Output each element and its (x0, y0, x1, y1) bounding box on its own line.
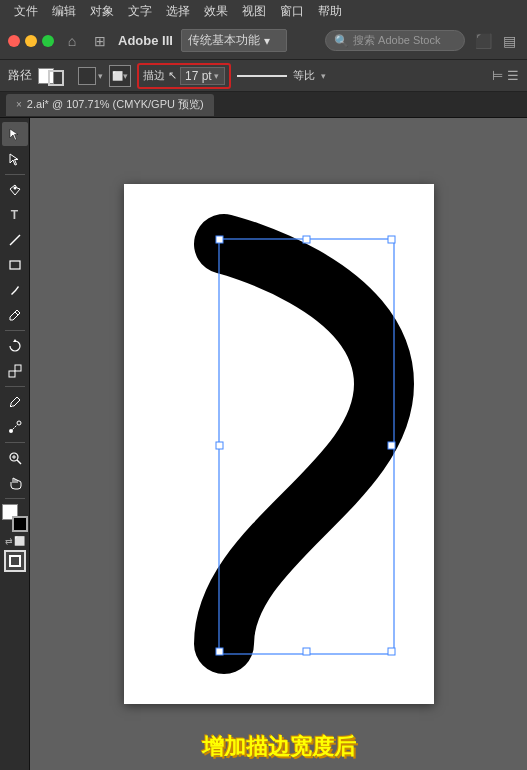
dash-group[interactable] (237, 75, 287, 77)
svg-rect-17 (388, 236, 395, 243)
document-tab[interactable]: × 2.ai* @ 107.71% (CMYK/GPU 预览) (6, 94, 214, 116)
workspace-label: 传统基本功能 (188, 32, 260, 49)
type-tool[interactable]: T (2, 203, 28, 227)
swap-icon[interactable]: ⇄ (5, 536, 13, 546)
search-placeholder: 搜索 Adobe Stock (353, 33, 440, 48)
fullscreen-button[interactable] (42, 35, 54, 47)
tool-separator-5 (5, 498, 25, 499)
stroke-width-value: 17 pt (185, 69, 212, 83)
direct-selection-tool[interactable] (2, 147, 28, 171)
svg-line-9 (12, 425, 17, 430)
svg-rect-6 (15, 365, 21, 371)
stroke-color-group[interactable]: ▾ (38, 67, 103, 85)
canvas-area[interactable]: 增加描边宽度后 (30, 118, 527, 770)
svg-rect-20 (216, 648, 223, 655)
path-label: 路径 (8, 67, 32, 84)
panels-icon[interactable]: ▤ (499, 31, 519, 51)
pencil-tool[interactable] (2, 303, 28, 327)
control-bar: 路径 ▾ ⬜ ▾ 描边 ↖ 17 pt ▾ 等比 ▾ ⊨ ☰ (0, 60, 527, 92)
size-box[interactable]: ⬜ ▾ (109, 65, 131, 87)
zoom-tool[interactable] (2, 446, 28, 470)
svg-rect-18 (216, 442, 223, 449)
grid-icon[interactable]: ⊞ (90, 31, 110, 51)
tool-separator-4 (5, 442, 25, 443)
active-tool-indicator[interactable] (4, 550, 26, 572)
tab-bar: × 2.ai* @ 107.71% (CMYK/GPU 预览) (0, 92, 527, 118)
chevron-down-icon: ▾ (264, 34, 270, 48)
eyedropper-tool[interactable] (2, 390, 28, 414)
tool-separator-3 (5, 386, 25, 387)
stroke-label: 描边 (143, 68, 165, 83)
minimize-button[interactable] (25, 35, 37, 47)
chevron-down-icon-size[interactable]: ▾ (123, 71, 128, 81)
caption-area: 增加描边宽度后 (30, 732, 527, 762)
stroke-swatch[interactable] (48, 70, 64, 86)
main-area: T (0, 118, 527, 770)
svg-rect-2 (10, 261, 20, 269)
panel-icons: ⬛ ▤ (473, 31, 519, 51)
color-box[interactable] (78, 67, 96, 85)
shape-svg (124, 184, 434, 704)
svg-rect-15 (216, 236, 223, 243)
stroke-color[interactable] (12, 516, 28, 532)
svg-rect-21 (303, 648, 310, 655)
blend-tool[interactable] (2, 415, 28, 439)
menu-view[interactable]: 视图 (236, 0, 272, 22)
svg-line-11 (17, 460, 21, 464)
svg-point-8 (17, 421, 21, 425)
caption-text: 增加描边宽度后 (202, 732, 356, 762)
svg-rect-19 (388, 442, 395, 449)
menu-file[interactable]: 文件 (8, 0, 44, 22)
rotate-tool[interactable] (2, 334, 28, 358)
menu-select[interactable]: 选择 (160, 0, 196, 22)
home-icon[interactable]: ⌂ (62, 31, 82, 51)
cursor-icon: ↖ (168, 69, 177, 82)
search-bar[interactable]: 🔍 搜索 Adobe Stock (325, 30, 465, 51)
workspace-dropdown[interactable]: 传统基本功能 ▾ (181, 29, 287, 52)
svg-marker-4 (13, 339, 17, 342)
title-bar: ⌂ ⊞ Adobe III 传统基本功能 ▾ 🔍 搜索 Adobe Stock … (0, 22, 527, 60)
menu-bar: 文件 编辑 对象 文字 选择 效果 视图 窗口 帮助 (0, 0, 527, 22)
stroke-width-input[interactable]: 17 pt ▾ (180, 67, 225, 85)
svg-point-0 (13, 187, 16, 190)
traffic-lights (8, 35, 54, 47)
hand-tool[interactable] (2, 471, 28, 495)
menu-window[interactable]: 窗口 (274, 0, 310, 22)
color-controls: ⇄ ⬜ (5, 536, 25, 546)
artboard (124, 184, 434, 704)
tool-separator-2 (5, 330, 25, 331)
tab-label: 2.ai* @ 107.71% (CMYK/GPU 预览) (27, 97, 204, 112)
reset-icon[interactable]: ⬜ (14, 536, 25, 546)
menu-effect[interactable]: 效果 (198, 0, 234, 22)
tool-separator-1 (5, 174, 25, 175)
close-button[interactable] (8, 35, 20, 47)
left-toolbar: T (0, 118, 30, 770)
more-icon[interactable]: ☰ (507, 68, 519, 83)
color-boxes[interactable] (2, 504, 28, 532)
pen-tool[interactable] (2, 178, 28, 202)
arrange-icon[interactable]: ⬛ (473, 31, 493, 51)
chevron-down-icon-width[interactable]: ▾ (214, 71, 219, 81)
app-name-label: Adobe III (118, 33, 173, 48)
scale-tool[interactable] (2, 359, 28, 383)
chevron-down-icon-stroke[interactable]: ▾ (98, 71, 103, 81)
control-right-icons: ⊨ ☰ (492, 68, 519, 83)
menu-text[interactable]: 文字 (122, 0, 158, 22)
svg-point-7 (9, 429, 13, 433)
line-tool[interactable] (2, 228, 28, 252)
dash-line-preview (237, 75, 287, 77)
menu-object[interactable]: 对象 (84, 0, 120, 22)
stroke-width-group: 描边 ↖ 17 pt ▾ (137, 63, 231, 89)
selection-tool[interactable] (2, 122, 28, 146)
svg-rect-16 (303, 236, 310, 243)
ratio-label: 等比 (293, 68, 315, 83)
paintbrush-tool[interactable] (2, 278, 28, 302)
rectangle-tool[interactable] (2, 253, 28, 277)
svg-rect-22 (388, 648, 395, 655)
svg-line-1 (10, 235, 20, 245)
align-icon[interactable]: ⊨ (492, 68, 503, 83)
chevron-down-icon-ratio[interactable]: ▾ (321, 71, 326, 81)
tab-close-button[interactable]: × (16, 99, 22, 110)
menu-help[interactable]: 帮助 (312, 0, 348, 22)
menu-edit[interactable]: 编辑 (46, 0, 82, 22)
